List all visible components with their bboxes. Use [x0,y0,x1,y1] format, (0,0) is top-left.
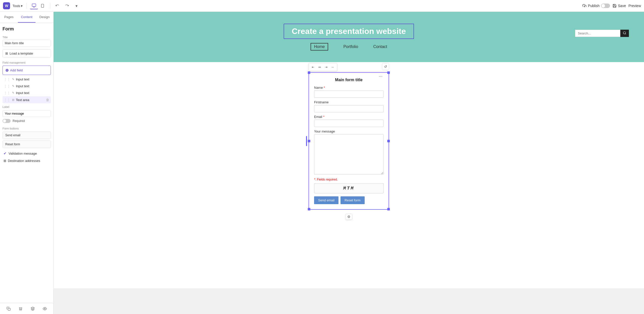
tools-dropdown[interactable]: Tools ▾ [13,4,23,8]
form-more-btn[interactable]: ··· [379,74,383,79]
tab-content[interactable]: Content [18,12,36,23]
site-title: Create a presentation website [292,27,406,36]
required-label: Required [13,119,25,123]
form-title-input[interactable] [3,40,51,47]
send-email-btn[interactable]: Send email [314,196,338,204]
firstname-label: Firstname [314,100,384,104]
plus-icon: ⊕ [5,68,9,73]
tab-pages[interactable]: Pages [0,12,18,23]
duplicate-btn[interactable] [5,305,12,312]
alignment-bar: ⇤ ⇔ ⇥ ↔ [309,63,337,71]
field-label-input[interactable] [3,110,51,117]
name-input[interactable] [314,91,384,98]
publish-toggle[interactable] [601,4,610,8]
form-buttons-row: Send email Reset form [314,196,384,204]
drag-icon: ⋮⋮ [4,98,10,102]
sidebar-content: Form Title ⊞ Load a template Field manag… [0,23,53,303]
edit-icon: ✎ [12,84,14,88]
firstname-input[interactable] [314,105,384,112]
send-email-field[interactable] [3,131,51,139]
sidebar-tabs: Pages Content Design [0,12,53,23]
message-textarea[interactable] [314,134,384,174]
drag-icon: ⋮⋮ [4,78,10,81]
reset-form-field[interactable] [3,141,51,148]
desktop-view-btn[interactable] [30,2,38,9]
edit-icon: ✎ [12,91,14,95]
top-toolbar: W Tools ▾ ▾ [0,0,644,12]
drag-icon: ⋮⋮ [4,91,10,95]
resize-handle-tr[interactable] [387,71,390,74]
canvas-bottom-bar: ⚙ [346,214,352,220]
align-right-btn[interactable]: ⇥ [323,64,329,70]
load-template-button[interactable]: ⊞ Load a template [3,49,51,58]
list-item[interactable]: ⋮⋮ ✎ Input text [3,89,51,96]
nav-home[interactable]: Home [311,43,328,51]
svg-rect-3 [42,4,44,7]
resize-handle-bl[interactable] [308,208,310,210]
tab-design[interactable]: Design [35,12,53,23]
destination-row[interactable]: ⊞ Destination addresses [3,157,51,164]
field-management-label: Field management [3,61,51,64]
list-icon: ⊞ [4,159,6,163]
preview-button[interactable]: Preview [628,4,641,8]
device-group [30,2,47,9]
reset-form-btn[interactable]: Reset form [340,196,365,204]
align-center-btn[interactable]: ⇔ [317,64,322,70]
save-button[interactable]: Save [613,4,626,8]
textarea-icon: ⊟ [12,98,14,102]
site-title-box: Create a presentation website [284,24,414,39]
redo-btn[interactable] [63,2,70,9]
resize-handle-tl[interactable] [308,71,310,74]
svg-rect-0 [32,4,36,7]
canvas-inner: Create a presentation website Home Portf… [54,12,644,314]
canvas-area[interactable]: Create a presentation website Home Portf… [54,12,644,314]
required-row: Required [3,119,51,123]
label-field-label: Label [3,105,51,108]
canvas-white: ⇤ ⇔ ⇥ ↔ ↺ [54,62,644,288]
reset-widget-btn[interactable]: ↺ [382,63,389,70]
toolbar-divider-1 [26,3,26,9]
search-box [575,30,629,37]
delete-field-icon[interactable]: 🗑 [46,98,49,102]
svg-marker-7 [31,307,34,309]
form-buttons-section: Form buttons ✔ Validation message ⊞ Dest… [3,127,51,164]
email-input[interactable] [314,120,384,127]
publish-button[interactable]: Publish [582,4,610,8]
main-layout: Pages Content Design Form Title ⊞ Load a… [0,12,644,314]
resize-handle-ml[interactable] [308,140,310,142]
list-item[interactable]: ⋮⋮ ✎ Input text [3,83,51,89]
align-stretch-btn[interactable]: ↔ [330,64,335,70]
nav-portfolio[interactable]: Portfolio [343,44,358,49]
nav-contact[interactable]: Contact [373,44,387,49]
label-section: Label [3,105,51,117]
toolbar-right: Publish Save Preview [582,4,641,8]
search-input[interactable] [575,30,620,37]
layers-btn[interactable] [29,305,36,312]
resize-handle-mr[interactable] [387,140,390,142]
chevron-down-icon: ▾ [21,4,23,8]
captcha-area: MTM [314,183,384,193]
email-required-star: * [323,115,324,119]
sidebar-bottom-toolbar [0,303,53,314]
add-field-button[interactable]: ⊕ Add field [3,66,51,75]
mobile-view-btn[interactable] [39,2,47,9]
undo-btn[interactable] [54,2,61,9]
delete-btn[interactable] [17,305,24,312]
validation-row[interactable]: ✔ Validation message [3,150,51,157]
form-side-indicator [306,136,307,146]
align-left-btn[interactable]: ⇤ [310,64,316,70]
more-btn[interactable]: ▾ [73,2,80,9]
visibility-btn[interactable] [41,305,48,312]
form-widget: ··· Main form title Name * Firstname [309,72,389,210]
message-label: Your message [314,129,384,133]
resize-handle-br[interactable] [387,208,390,210]
list-item[interactable]: ⋮⋮ ✎ Input text [3,76,51,83]
required-toggle[interactable] [3,119,11,123]
filter-icon-btn[interactable]: ⚙ [347,215,351,219]
edit-icon: ✎ [12,78,14,81]
required-note: *: Fields required. [314,178,384,181]
site-nav: Home Portfolio Contact [311,43,387,51]
name-label: Name * [314,86,384,89]
search-button[interactable] [620,30,629,37]
list-item[interactable]: ⋮⋮ ⊟ Text area 🗑 [3,96,51,103]
